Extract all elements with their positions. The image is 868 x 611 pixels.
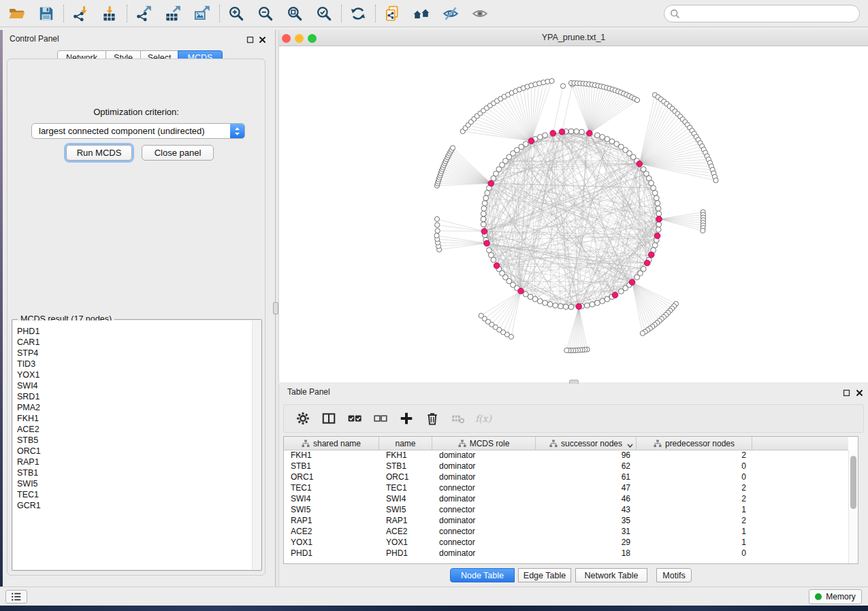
table-row[interactable]: ORC1ORC1dominator610	[284, 472, 848, 483]
search-box[interactable]	[664, 5, 860, 22]
network-view[interactable]	[279, 46, 868, 382]
delete-column-icon[interactable]	[423, 409, 442, 428]
mcds-result-item[interactable]: RAP1	[17, 457, 261, 467]
table-row[interactable]: PHD1PHD1dominator180	[284, 548, 848, 559]
save-session-icon[interactable]	[36, 3, 57, 24]
table-row[interactable]: STB1STB1dominator620	[284, 461, 848, 472]
cell-MCDS-role[interactable]: dominator	[432, 548, 536, 559]
hide-selected-icon[interactable]	[440, 3, 461, 24]
cell-name[interactable]: TEC1	[379, 483, 432, 494]
cell-MCDS-role[interactable]: dominator	[432, 472, 536, 483]
tab-network-table[interactable]: Network Table	[575, 568, 647, 582]
column-header-MCDS-role[interactable]: MCDS role	[432, 437, 536, 450]
mcds-result-item[interactable]: PHD1	[17, 326, 261, 337]
table-row[interactable]: FKH1FKH1dominator962	[284, 450, 848, 461]
cell-successor-nodes[interactable]: 31	[536, 527, 637, 538]
import-table-icon[interactable]	[99, 3, 120, 24]
mcds-result-item[interactable]: SWI4	[17, 380, 261, 391]
criterion-dropdown[interactable]: largest connected component (undirected)	[31, 123, 245, 139]
cell-predecessor-nodes[interactable]: 2	[637, 483, 752, 494]
cell-name[interactable]: YOX1	[379, 538, 432, 548]
vertical-splitter-grip[interactable]	[273, 302, 278, 314]
table-row[interactable]: RAP1RAP1dominator352	[284, 516, 848, 527]
cell-predecessor-nodes[interactable]: 0	[637, 461, 752, 472]
export-network-icon[interactable]	[133, 3, 154, 24]
tab-edge-table[interactable]: Edge Table	[518, 568, 571, 582]
cell-successor-nodes[interactable]: 61	[536, 472, 637, 483]
task-history-button[interactable]	[5, 590, 27, 604]
cell-successor-nodes[interactable]: 46	[536, 494, 637, 505]
export-image-icon[interactable]	[192, 3, 212, 24]
cell-shared-name[interactable]: FKH1	[284, 450, 379, 461]
column-header-shared-name[interactable]: shared name	[284, 437, 379, 450]
float-panel-icon[interactable]	[245, 35, 255, 44]
mcds-result-item[interactable]: PMA2	[17, 402, 261, 413]
clear-table-icon[interactable]	[449, 409, 468, 428]
cell-predecessor-nodes[interactable]: 2	[637, 516, 752, 527]
cell-MCDS-role[interactable]: dominator	[432, 450, 536, 461]
cell-predecessor-nodes[interactable]: 1	[637, 538, 752, 548]
cell-successor-nodes[interactable]: 96	[536, 450, 637, 461]
table-scrollbar[interactable]	[848, 450, 858, 563]
cell-predecessor-nodes[interactable]: 1	[637, 505, 752, 516]
cell-shared-name[interactable]: YOX1	[284, 538, 379, 548]
network-canvas[interactable]	[279, 46, 868, 382]
zoom-selected-icon[interactable]	[314, 3, 334, 24]
close-table-panel-icon[interactable]	[854, 388, 864, 397]
table-row[interactable]: YOX1YOX1connector291	[284, 538, 848, 548]
cell-predecessor-nodes[interactable]: 2	[637, 494, 752, 505]
mcds-result-item[interactable]: GCR1	[17, 500, 261, 511]
cell-name[interactable]: RAP1	[379, 516, 432, 527]
zoom-out-icon[interactable]	[255, 3, 276, 24]
first-neighbors-icon[interactable]	[411, 3, 432, 24]
cell-MCDS-role[interactable]: connector	[432, 538, 536, 548]
deselect-all-icon[interactable]	[371, 409, 390, 428]
open-file-icon[interactable]	[7, 3, 27, 24]
mcds-result-item[interactable]: YOX1	[17, 369, 261, 380]
cell-name[interactable]: ORC1	[379, 472, 432, 483]
cell-MCDS-role[interactable]: connector	[432, 483, 536, 494]
memory-button[interactable]: Memory	[809, 589, 862, 604]
network-window-titlebar[interactable]: YPA_prune.txt_1	[279, 30, 868, 46]
cell-predecessor-nodes[interactable]: 0	[637, 548, 752, 559]
apply-layout-icon[interactable]	[348, 3, 368, 24]
show-all-icon[interactable]	[470, 3, 490, 24]
cell-name[interactable]: SWI4	[379, 494, 432, 505]
cell-MCDS-role[interactable]: connector	[432, 505, 536, 516]
mcds-result-item[interactable]: CAR1	[17, 337, 261, 348]
table-row[interactable]: ACE2ACE2connector311	[284, 527, 848, 538]
mcds-result-item[interactable]: TID3	[17, 359, 261, 369]
cell-MCDS-role[interactable]: dominator	[432, 461, 536, 472]
gear-icon[interactable]	[293, 409, 312, 428]
table-row[interactable]: SWI5SWI5connector431	[284, 505, 848, 516]
function-builder-icon[interactable]: f(x)	[475, 409, 494, 428]
cell-shared-name[interactable]: ORC1	[284, 472, 379, 483]
mcds-list-scrollbar[interactable]	[252, 320, 261, 569]
cell-predecessor-nodes[interactable]: 2	[637, 450, 752, 461]
cell-name[interactable]: STB1	[379, 461, 432, 472]
cell-predecessor-nodes[interactable]: 1	[637, 527, 752, 538]
mcds-result-item[interactable]: TEC1	[17, 489, 261, 500]
mcds-result-item[interactable]: STP4	[17, 348, 261, 359]
zoom-in-icon[interactable]	[226, 3, 246, 24]
cell-name[interactable]: ACE2	[379, 527, 432, 538]
table-row[interactable]: TEC1TEC1connector472	[284, 483, 848, 494]
cell-MCDS-role[interactable]: dominator	[432, 494, 536, 505]
column-header-successor-nodes[interactable]: successor nodes	[536, 437, 637, 450]
cell-shared-name[interactable]: STB1	[284, 461, 379, 472]
close-panel-icon[interactable]	[257, 35, 267, 44]
cell-shared-name[interactable]: SWI5	[284, 505, 379, 516]
mcds-result-item[interactable]: ACE2	[17, 424, 261, 435]
cell-name[interactable]: SWI5	[379, 505, 432, 516]
table-scrollbar-thumb[interactable]	[850, 456, 856, 509]
close-panel-button[interactable]: Close panel	[142, 145, 214, 161]
mcds-result-item[interactable]: SWI5	[17, 478, 261, 489]
mcds-result-item[interactable]: STB5	[17, 435, 261, 446]
tab-node-table[interactable]: Node Table	[450, 568, 515, 582]
run-mcds-button[interactable]: Run MCDS	[66, 145, 132, 161]
import-network-icon[interactable]	[70, 3, 91, 24]
add-column-icon[interactable]	[397, 409, 416, 428]
select-all-icon[interactable]	[345, 409, 364, 428]
mcds-result-item[interactable]: ORC1	[17, 446, 261, 457]
new-network-from-selection-icon[interactable]	[382, 3, 402, 24]
